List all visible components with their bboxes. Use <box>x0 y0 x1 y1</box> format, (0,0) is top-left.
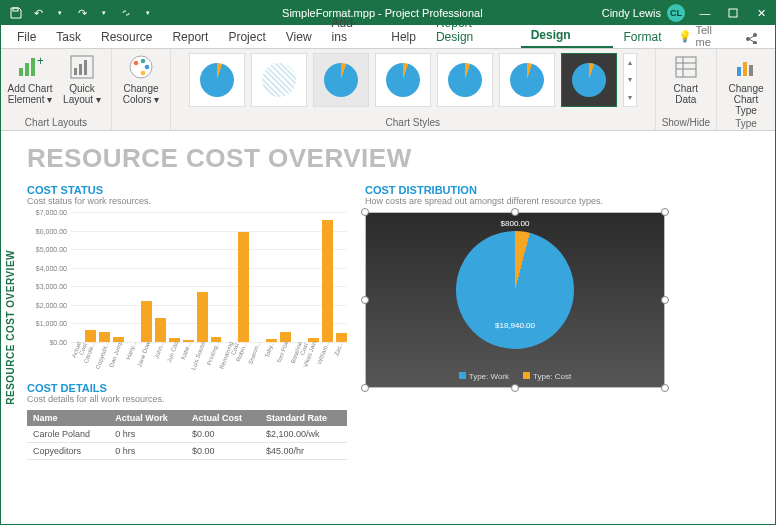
close-button[interactable]: ✕ <box>747 1 775 25</box>
document-area: RESOURCE COST OVERVIEW RESOURCE COST OVE… <box>1 131 775 524</box>
lightbulb-icon: 💡 <box>678 30 692 43</box>
chevron-up-icon[interactable]: ▴ <box>624 54 636 71</box>
pie-slice-label-cost: $800.00 <box>501 219 530 228</box>
cost-details-title: COST DETAILS <box>27 382 347 394</box>
chart-style-option[interactable] <box>499 53 555 107</box>
resize-handle[interactable] <box>661 208 669 216</box>
tab-help[interactable]: Help <box>381 26 426 48</box>
chart-style-option[interactable] <box>189 53 245 107</box>
chart-style-option[interactable] <box>313 53 369 107</box>
cost-status-chart[interactable]: Actual CostCarole...Copyedit...Dan JumpH… <box>27 212 347 372</box>
save-icon[interactable] <box>7 4 25 22</box>
resize-handle[interactable] <box>661 296 669 304</box>
svg-rect-11 <box>79 64 82 75</box>
qat-dropdown-icon[interactable]: ▾ <box>139 4 157 22</box>
y-axis-tick: $4,000.00 <box>27 264 67 271</box>
maximize-button[interactable] <box>719 1 747 25</box>
chevron-down-icon[interactable]: ▾ <box>624 71 636 88</box>
cost-details-table[interactable]: NameActual WorkActual CostStandard Rate … <box>27 410 347 460</box>
palette-icon <box>127 53 155 81</box>
tab-format[interactable]: Format <box>613 26 671 48</box>
quick-layout-button[interactable]: Quick Layout ▾ <box>59 53 105 105</box>
title-bar: ↶ ▾ ↷ ▾ ▾ SimpleFormat.mpp - Project Pro… <box>1 1 775 25</box>
group-show-hide: Chart Data Show/Hide <box>656 49 717 130</box>
resize-handle[interactable] <box>361 208 369 216</box>
tab-file[interactable]: File <box>7 26 46 48</box>
svg-point-15 <box>141 59 146 64</box>
y-axis-tick: $6,000.00 <box>27 227 67 234</box>
add-chart-element-icon: + <box>16 53 44 81</box>
change-chart-type-button[interactable]: Change Chart Type <box>723 53 769 116</box>
link-icon[interactable] <box>117 4 135 22</box>
group-chart-styles: ▴▾▾ Chart Styles <box>171 49 656 130</box>
user-avatar[interactable]: CL <box>667 4 685 22</box>
group-chart-layouts: + Add Chart Element ▾ Quick Layout ▾ Cha… <box>1 49 112 130</box>
resize-handle[interactable] <box>661 384 669 392</box>
cost-status-title: COST STATUS <box>27 184 347 196</box>
tab-resource[interactable]: Resource <box>91 26 162 48</box>
tab-chart-design[interactable]: Chart Design <box>521 10 614 48</box>
chart-style-option[interactable] <box>375 53 431 107</box>
chart-data-icon <box>672 53 700 81</box>
table-header: Name <box>27 410 109 426</box>
chart-data-button[interactable]: Chart Data <box>663 53 709 105</box>
bar <box>155 318 166 342</box>
y-axis-tick: $3,000.00 <box>27 283 67 290</box>
svg-point-3 <box>753 33 757 37</box>
quick-access-toolbar: ↶ ▾ ↷ ▾ ▾ <box>1 4 163 22</box>
chart-selection-frame[interactable]: $800.00 $18,940.00 Type: Work Type: Cost <box>365 212 665 388</box>
chart-style-option[interactable] <box>251 53 307 107</box>
table-header: Actual Work <box>109 410 186 426</box>
minimize-button[interactable]: — <box>691 1 719 25</box>
resize-handle[interactable] <box>361 296 369 304</box>
cost-distribution-chart[interactable]: $800.00 $18,940.00 Type: Work Type: Cost <box>365 212 665 388</box>
svg-rect-6 <box>25 63 29 76</box>
svg-rect-12 <box>84 60 87 75</box>
tab-project[interactable]: Project <box>218 26 275 48</box>
svg-rect-0 <box>13 8 18 11</box>
svg-point-14 <box>134 61 139 66</box>
share-icon[interactable] <box>735 26 769 48</box>
svg-rect-10 <box>74 68 77 75</box>
ribbon-tabs: FileTaskResourceReportProjectViewAdd-ins… <box>1 25 775 49</box>
tab-report[interactable]: Report <box>162 26 218 48</box>
cost-details-subtitle: Cost details for all work resources. <box>27 394 347 404</box>
group-change-colors: Change Colors ▾ <box>112 49 171 130</box>
svg-rect-18 <box>676 57 696 77</box>
svg-rect-1 <box>729 9 737 17</box>
qat-dropdown-icon[interactable]: ▾ <box>95 4 113 22</box>
y-axis-tick: $5,000.00 <box>27 246 67 253</box>
change-colors-button[interactable]: Change Colors ▾ <box>118 53 164 105</box>
tab-add-ins[interactable]: Add-ins <box>322 12 382 48</box>
report-page: RESOURCE COST OVERVIEW COST STATUS Cost … <box>19 131 775 524</box>
chart-styles-gallery: ▴▾▾ <box>185 53 641 115</box>
quick-layout-icon <box>68 53 96 81</box>
more-icon[interactable]: ▾ <box>624 89 636 106</box>
resize-handle[interactable] <box>511 384 519 392</box>
qat-dropdown-icon[interactable]: ▾ <box>51 4 69 22</box>
cost-status-subtitle: Cost status for work resources. <box>27 196 347 206</box>
svg-rect-7 <box>31 58 35 76</box>
chart-style-option-selected[interactable] <box>561 53 617 107</box>
redo-icon[interactable]: ↷ <box>73 4 91 22</box>
tab-view[interactable]: View <box>276 26 322 48</box>
tell-me-search[interactable]: 💡Tell me <box>672 24 736 48</box>
undo-icon[interactable]: ↶ <box>29 4 47 22</box>
svg-rect-24 <box>749 65 753 76</box>
gallery-scroll[interactable]: ▴▾▾ <box>623 53 637 107</box>
resize-handle[interactable] <box>511 208 519 216</box>
table-header: Actual Cost <box>186 410 260 426</box>
table-row[interactable]: Carole Poland0 hrs$0.00$2,100.00/wk <box>27 426 347 443</box>
group-type: Change Chart Type Type <box>717 49 775 130</box>
table-row[interactable]: Copyeditors0 hrs$0.00$45.00/hr <box>27 443 347 460</box>
pie-chart <box>456 231 574 349</box>
tab-task[interactable]: Task <box>46 26 91 48</box>
add-chart-element-button[interactable]: + Add Chart Element ▾ <box>7 53 53 105</box>
y-axis-tick: $2,000.00 <box>27 301 67 308</box>
bar <box>322 220 333 342</box>
tab-report-design[interactable]: Report Design <box>426 12 521 48</box>
pie-slice-label-work: $18,940.00 <box>495 321 535 330</box>
side-tab[interactable]: RESOURCE COST OVERVIEW <box>1 131 19 524</box>
resize-handle[interactable] <box>361 384 369 392</box>
chart-style-option[interactable] <box>437 53 493 107</box>
